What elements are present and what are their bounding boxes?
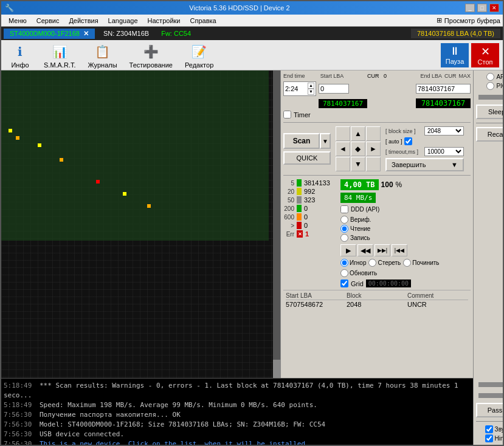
speed-row: 84 MB/s — [340, 193, 471, 203]
complete-label: Завершить — [392, 161, 426, 168]
stat-val-err: 1 — [305, 230, 336, 238]
journal-button[interactable]: 📋 Журналы — [85, 41, 121, 70]
end-time-input[interactable]: 2:24 ▲ ▼ — [283, 81, 316, 96]
direction-pad: ▲ ◄ ◆ ► ▼ — [336, 126, 381, 171]
menu-menu[interactable]: Меню — [4, 17, 32, 24]
log-time-5: 7:56:30 — [4, 440, 32, 445]
api-pio-group: API PIO — [486, 73, 503, 90]
timer-checkbox[interactable] — [283, 111, 291, 118]
fix-radio[interactable] — [403, 259, 411, 267]
info-button[interactable]: ℹ Инфо — [5, 41, 35, 70]
timeout-select[interactable]: 10000 5000 15000 — [424, 147, 464, 156]
back-button[interactable]: ◀◀ — [357, 244, 373, 256]
ignore-radio[interactable] — [340, 259, 348, 267]
pct-value: 100 — [381, 180, 393, 189]
stat-val-5: 3814133 — [304, 179, 334, 187]
lba-input-row: 2:24 ▲ ▼ — [283, 81, 471, 96]
smart-button[interactable]: 📊 S.M.A.R.T. — [40, 41, 80, 70]
end-lba-input[interactable] — [416, 84, 471, 94]
content-area: End time Start LBA CUR 0 End LBA CUR MAX… — [1, 70, 503, 445]
api-radio[interactable] — [486, 73, 494, 81]
sound-checkbox[interactable] — [485, 425, 493, 433]
pause-icon: ⏸ — [449, 45, 460, 58]
block-size-select[interactable]: 2048 512 1024 4096 — [424, 126, 464, 136]
log-entry-1: 5:18:49 Speed: Maximum 198 MB/s. Average… — [4, 400, 471, 410]
row-comment: UNCR — [407, 301, 468, 308]
device-close-icon[interactable]: ✕ — [83, 30, 89, 38]
log-text-0: *** Scan results: Warnings - 0, errors -… — [4, 382, 458, 399]
timer-label: Timer — [294, 111, 311, 118]
test-button[interactable]: ➕ Тестирование — [126, 41, 176, 70]
ddd-row: DDD (API) — [340, 205, 471, 213]
log-time-3: 7:56:30 — [4, 420, 32, 428]
dpad-down-button[interactable]: ▼ — [351, 157, 365, 171]
sleep-button[interactable]: Sleep — [476, 105, 503, 119]
table-row: 5707548672 2048 UNCR — [286, 300, 468, 309]
menu-settings[interactable]: Настройки — [143, 17, 185, 24]
recall-button[interactable]: Recall — [476, 127, 503, 142]
menu-actions[interactable]: Действия — [64, 17, 103, 24]
center-area: End time Start LBA CUR 0 End LBA CUR MAX… — [1, 70, 473, 445]
pio-radio-item: PIO — [486, 82, 503, 90]
test-icon: ➕ — [141, 42, 161, 61]
time-up-button[interactable]: ▲ — [308, 83, 314, 89]
scan-map-scrollbar[interactable] — [273, 70, 280, 378]
ddd-checkbox[interactable] — [340, 205, 348, 213]
dpad-left-button[interactable]: ◄ — [336, 142, 350, 156]
close-button[interactable]: ✕ — [489, 4, 499, 12]
log-link-5[interactable]: This is a new device. Click on the list,… — [40, 440, 309, 445]
stat-val-50: 323 — [304, 196, 334, 204]
stat-val-600: 0 — [304, 213, 334, 221]
stat-row-20: 20 992 — [283, 188, 336, 195]
ignore-radio-row: Игнор — [340, 259, 366, 267]
app-window: 🔧 Victoria 5.36 HDD/SSD | Device 2 _ □ ✕… — [0, 0, 504, 446]
log-entry-3: 7:56:30 Model: ST4000DM000-1F2168; Size … — [4, 420, 471, 430]
scan-dropdown-button[interactable]: ▼ — [320, 133, 331, 149]
write-label: Запись — [350, 235, 370, 241]
pause-button[interactable]: ⏸ Пауза — [441, 43, 469, 67]
start-lba-input[interactable] — [319, 84, 349, 94]
log-entry-4: 7:56:30 USB device connected. — [4, 430, 471, 439]
pio-radio[interactable] — [486, 82, 494, 90]
stat-row-err: Err ✕ 1 — [283, 230, 336, 238]
complete-button[interactable]: Завершить ▼ — [385, 158, 464, 171]
editor-button[interactable]: 📝 Редактор — [181, 41, 217, 70]
read-radio[interactable] — [340, 225, 348, 233]
auto-row: [ auto ] — [385, 137, 464, 145]
hints-checkbox[interactable] — [485, 434, 493, 442]
device-tab[interactable]: ST4000DM000-1F2168 ✕ — [4, 29, 95, 39]
auto-checkbox[interactable] — [404, 137, 412, 145]
skip-end-button[interactable]: ▶▶| — [375, 244, 390, 256]
minimize-button[interactable]: _ — [465, 4, 475, 12]
verif-radio[interactable] — [340, 216, 348, 224]
log-entry-0: 5:18:49 *** Scan results: Warnings - 0, … — [4, 381, 471, 400]
side-divider-2 — [476, 421, 503, 422]
grid-checkbox[interactable] — [340, 280, 348, 287]
quick-button[interactable]: QUICK — [283, 151, 331, 165]
editor-label: Редактор — [185, 61, 213, 69]
write-radio[interactable] — [340, 234, 348, 242]
passp-button[interactable]: Passp — [476, 403, 503, 417]
device-bar: ST4000DM000-1F2168 ✕ SN: Z304M16B Fw: CC… — [1, 27, 503, 40]
end-time-header-label: End time — [283, 73, 316, 79]
cur-val1: CUR 0 — [367, 73, 387, 79]
menu-help[interactable]: Справка — [185, 17, 221, 24]
erase-radio[interactable] — [368, 259, 376, 267]
right-bar-1 — [478, 382, 503, 387]
menu-language[interactable]: Language — [103, 17, 143, 24]
scan-map-thumb — [273, 360, 280, 378]
stat-num-600: 600 — [283, 214, 294, 221]
scan-button[interactable]: Scan — [283, 133, 320, 149]
menu-service[interactable]: Сервис — [32, 17, 64, 24]
play-button[interactable]: ▶ — [340, 244, 356, 256]
dpad-right-button[interactable]: ► — [366, 142, 381, 156]
update-radio[interactable] — [340, 269, 348, 277]
stop-button[interactable]: ✕ Стоп — [471, 43, 499, 67]
dpad-up-button[interactable]: ▲ — [351, 126, 365, 141]
maximize-button[interactable]: □ — [477, 4, 487, 12]
buffer-button[interactable]: ⊞ Просмотр буфера — [437, 16, 500, 24]
hints-label: Hints — [495, 435, 503, 442]
hints-check-item: Hints — [485, 434, 503, 442]
skip-start-button[interactable]: |◀◀ — [392, 244, 407, 256]
time-down-button[interactable]: ▼ — [308, 89, 314, 95]
